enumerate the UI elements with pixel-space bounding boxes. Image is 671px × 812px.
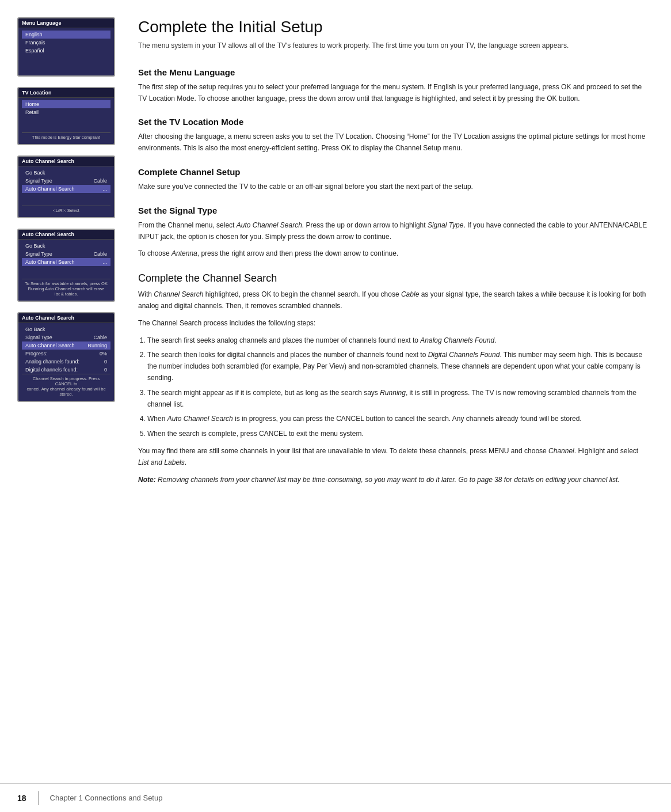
tv-title-tv-location: TV Location [18,88,114,98]
section-heading-channel-search: Complete the Channel Search [138,272,648,284]
tv-row-goback-2: Go Back [22,242,110,250]
tv-screen-inner-2: Home Retail This mode is Energy Star com… [18,98,114,144]
section-text-note-1: You may find there are still some channe… [138,446,648,469]
tv-row-signal-2: Signal TypeCable [22,250,110,258]
tv-screen-auto-channel-3: Auto Channel Search Go Back Signal TypeC… [17,312,115,402]
section-heading-signal-type: Set the Signal Type [138,206,648,215]
tv-title-auto-channel-3: Auto Channel Search [18,313,114,323]
tv-row-goback-1: Go Back [22,169,110,177]
section-heading-tv-location: Set the TV Location Mode [138,117,648,127]
tv-row-digital-found: Digital channels found:0 [22,366,110,374]
page-subtitle: The menu system in your TV allows all of… [138,40,648,51]
section-text-steps-intro: The Channel Search process includes the … [138,318,648,329]
section-text-menu-language: The first step of the setup requires you… [138,82,648,105]
tv-screen-tv-location: TV Location Home Retail This mode is Ene… [17,87,115,145]
page-footer: 18 Chapter 1 Connections and Setup [0,783,671,812]
tv-note-running: Channel Search in progress. Press CANCEL… [22,374,110,399]
tv-row-espanol: Español [22,47,110,55]
tv-note-energy-star: This mode is Energy Star compliant [22,132,110,142]
main-content: Menu Language English Français Español T… [0,0,671,783]
tv-row-progress: Progress:0% [22,350,110,358]
tv-screen-menu-language: Menu Language English Français Español [17,17,115,77]
section-text-channel-setup: Make sure you’ve connected the TV to the… [138,181,648,193]
tv-screen-auto-channel-2: Auto Channel Search Go Back Signal TypeC… [17,229,115,302]
step-3: The search might appear as if it is comp… [147,388,648,411]
channel-search-steps: The search first seeks analog channels a… [147,335,648,440]
right-column: Complete the Initial Setup The menu syst… [127,17,671,749]
footer-page-number: 18 [17,794,26,803]
section-text-tv-location: After choosing the language, a menu scre… [138,131,648,154]
page-title: Complete the Initial Setup [138,17,648,37]
page-container: Menu Language English Français Español T… [0,0,671,812]
step-1: The search first seeks analog channels a… [147,335,648,347]
tv-note-press-ok: To Search for available channels, press … [22,279,110,298]
tv-spacer-4 [22,266,110,279]
tv-row-search-2: Auto Channel Search... [22,258,110,266]
step-4: When Auto Channel Search is in progress,… [147,413,648,425]
section-heading-channel-setup: Complete Channel Setup [138,167,648,177]
tv-title-auto-channel-1: Auto Channel Search [18,157,114,166]
section-heading-menu-language: Set the Menu Language [138,67,648,77]
tv-row-search-running: Auto Channel SearchRunning [22,342,110,350]
tv-row-search-1: Auto Channel Search... [22,185,110,193]
tv-note-lr-select: <L/R>: Select [22,206,110,215]
tv-spacer-2 [22,116,110,132]
step-5: When the search is complete, press CANCE… [147,428,648,440]
tv-row-francais: Français [22,39,110,47]
footer-chapter-label: Chapter 1 Connections and Setup [50,794,163,802]
section-text-signal-type-1: From the Channel menu, select Auto Chann… [138,220,648,243]
section-text-note-2: Note: Removing channels from your channe… [138,475,648,486]
tv-row-home: Home [22,100,110,108]
tv-screen-inner-4: Go Back Signal TypeCable Auto Channel Se… [18,240,114,301]
tv-screen-inner-1: English Français Español [18,28,114,75]
step-2: The search then looks for digital channe… [147,350,648,384]
tv-screen-inner-5: Go Back Signal TypeCable Auto Channel Se… [18,323,114,401]
tv-row-english: English [22,31,110,39]
tv-title-auto-channel-2: Auto Channel Search [18,230,114,240]
tv-row-signal-3: Signal TypeCable [22,333,110,342]
tv-title-menu-language: Menu Language [18,18,114,28]
tv-row-signal-1: Signal TypeCable [22,177,110,185]
tv-spacer-3 [22,193,110,206]
section-text-signal-type-2: To choose Antenna, press the right arrow… [138,248,648,260]
left-column: Menu Language English Français Español T… [0,17,127,749]
footer-separator [38,791,39,805]
tv-screen-inner-3: Go Back Signal TypeCable Auto Channel Se… [18,166,114,217]
tv-row-goback-3: Go Back [22,325,110,333]
tv-row-retail: Retail [22,108,110,116]
section-text-channel-search-intro: With Channel Search highlighted, press O… [138,289,648,312]
tv-spacer-1 [22,55,110,73]
tv-screen-auto-channel-1: Auto Channel Search Go Back Signal TypeC… [17,155,115,218]
tv-row-analog-found: Analog channels found:0 [22,358,110,366]
